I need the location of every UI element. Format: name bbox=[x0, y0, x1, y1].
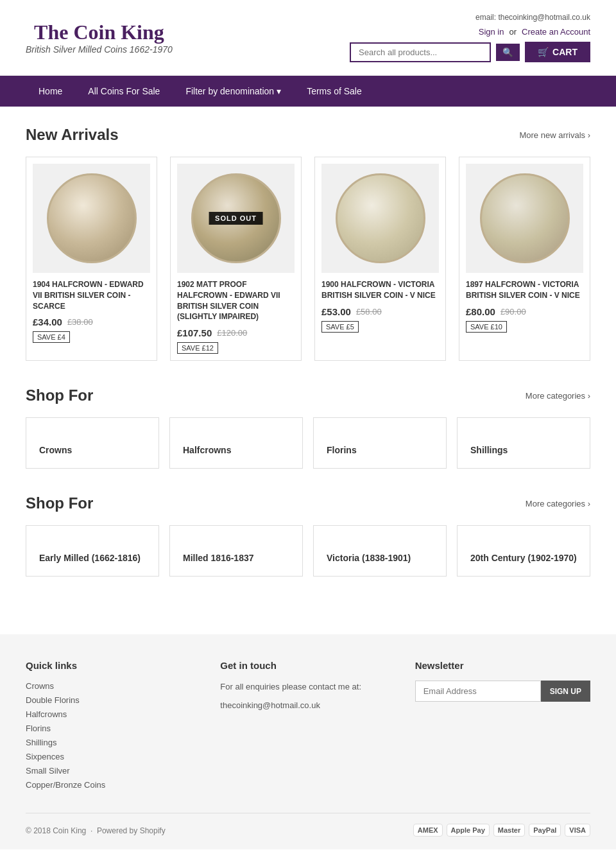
product-image-wrap: SOLD OUT bbox=[177, 164, 295, 273]
product-grid: 1904 HALFCROWN - EDWARD VII BRITISH SILV… bbox=[26, 157, 590, 361]
create-account-link[interactable]: Create an Account bbox=[522, 27, 590, 37]
footer-bottom: © 2018 Coin King · Powered by Shopify AM… bbox=[26, 813, 590, 837]
newsletter-email-input[interactable] bbox=[415, 681, 541, 702]
product-prices: £107.50 £120.00 bbox=[177, 327, 295, 338]
footer-link-halfcrowns[interactable]: Halfcrowns bbox=[26, 709, 67, 719]
nav-item-terms[interactable]: Terms of Sale bbox=[294, 76, 375, 107]
list-item: Copper/Bronze Coins bbox=[26, 779, 201, 790]
category-card-victoria[interactable]: Victoria (1838-1901) bbox=[313, 525, 447, 577]
main-content: New Arrivals More new arrivals › 1904 HA… bbox=[0, 107, 616, 621]
price-current: £80.00 bbox=[466, 306, 495, 317]
search-input[interactable] bbox=[350, 42, 491, 62]
category-card-shillings[interactable]: Shillings bbox=[457, 417, 590, 469]
payment-icons-area: AMEX Apple Pay Master PayPal VISA bbox=[413, 824, 590, 837]
powered-by-link[interactable]: Powered by Shopify bbox=[97, 826, 166, 835]
payment-icon-mastercard: Master bbox=[493, 824, 525, 837]
footer-link-crowns[interactable]: Crowns bbox=[26, 681, 54, 691]
category-card-crowns[interactable]: Crowns bbox=[26, 417, 159, 469]
logo-area: The Coin King British Silver Milled Coin… bbox=[26, 21, 173, 55]
newsletter-signup-button[interactable]: SIGN UP bbox=[541, 681, 590, 702]
header-auth: Sign in or Create an Account bbox=[479, 27, 590, 37]
logo-text: The Coin King bbox=[34, 21, 164, 44]
price-original: £58.00 bbox=[356, 307, 382, 317]
price-original: £38.00 bbox=[67, 317, 93, 327]
product-card[interactable]: 1900 HALFCROWN - VICTORIA BRITISH SILVER… bbox=[314, 157, 446, 361]
sold-out-badge: SOLD OUT bbox=[209, 212, 263, 225]
cart-icon: 🛒 bbox=[538, 47, 549, 57]
more-categories-link-1[interactable]: More categories › bbox=[526, 391, 590, 401]
footer-top: Quick links Crowns Double Florins Halfcr… bbox=[26, 660, 590, 794]
shop-title-2: Shop For bbox=[26, 494, 93, 512]
category-card-early-milled[interactable]: Early Milled (1662-1816) bbox=[26, 525, 159, 577]
list-item: Florins bbox=[26, 723, 201, 733]
payment-icon-amex: AMEX bbox=[413, 824, 443, 837]
shop-title-1: Shop For bbox=[26, 386, 93, 404]
product-prices: £80.00 £90.00 bbox=[466, 306, 583, 317]
list-item: Shillings bbox=[26, 737, 201, 747]
footer-copyright-area: © 2018 Coin King · Powered by Shopify bbox=[26, 825, 166, 835]
product-card[interactable]: SOLD OUT 1902 MATT PROOF HALFCROWN - EDW… bbox=[170, 157, 302, 361]
footer-link-florins[interactable]: Florins bbox=[26, 724, 51, 733]
category-card-halfcrowns[interactable]: Halfcrowns bbox=[169, 417, 303, 469]
nav-item-filter[interactable]: Filter by denomination ▾ bbox=[173, 76, 294, 107]
category-card-florins[interactable]: Florins bbox=[313, 417, 447, 469]
new-arrivals-title: New Arrivals bbox=[26, 126, 119, 144]
footer-contact: Get in touch For all enquiries please co… bbox=[220, 660, 395, 794]
category-label: Victoria (1838-1901) bbox=[327, 553, 411, 563]
search-button[interactable]: 🔍 bbox=[496, 44, 520, 61]
price-original: £90.00 bbox=[501, 307, 526, 317]
sign-in-link[interactable]: Sign in bbox=[479, 27, 504, 37]
category-card-20th-century[interactable]: 20th Century (1902-1970) bbox=[457, 525, 590, 577]
category-card-milled-1816[interactable]: Milled 1816-1837 bbox=[169, 525, 303, 577]
logo-tagline: British Silver Milled Coins 1662-1970 bbox=[26, 44, 173, 55]
list-item: Halfcrowns bbox=[26, 709, 201, 719]
product-image-wrap bbox=[321, 164, 439, 273]
product-image-wrap bbox=[466, 164, 583, 273]
nav-item-all-coins[interactable]: All Coins For Sale bbox=[75, 76, 173, 107]
more-categories-link-2[interactable]: More categories › bbox=[526, 499, 590, 508]
list-item: Double Florins bbox=[26, 695, 201, 705]
quick-links-title: Quick links bbox=[26, 660, 201, 671]
footer-link-sixpences[interactable]: Sixpences bbox=[26, 752, 64, 761]
product-card[interactable]: 1904 HALFCROWN - EDWARD VII BRITISH SILV… bbox=[26, 157, 157, 361]
product-card[interactable]: 1897 HALFCROWN - VICTORIA BRITISH SILVER… bbox=[459, 157, 590, 361]
quick-links-list: Crowns Double Florins Halfcrowns Florins… bbox=[26, 681, 201, 790]
payment-icon-paypal: PayPal bbox=[529, 824, 561, 837]
category-grid-2: Early Milled (1662-1816) Milled 1816-183… bbox=[26, 525, 590, 577]
product-prices: £34.00 £38.00 bbox=[33, 317, 150, 327]
footer-link-small-silver[interactable]: Small Silver bbox=[26, 766, 70, 776]
more-arrivals-link[interactable]: More new arrivals › bbox=[519, 130, 590, 140]
copyright-text: © 2018 Coin King · Powered by Shopify bbox=[26, 826, 166, 835]
footer-newsletter: Newsletter SIGN UP bbox=[415, 660, 590, 794]
or-text: or bbox=[509, 27, 517, 37]
list-item: Crowns bbox=[26, 681, 201, 691]
cart-button[interactable]: 🛒 CART bbox=[525, 42, 590, 62]
contact-text: For all enquiries please contact me at: bbox=[220, 681, 395, 694]
search-icon: 🔍 bbox=[502, 48, 513, 57]
category-label: 20th Century (1902-1970) bbox=[470, 553, 577, 563]
footer-link-double-florins[interactable]: Double Florins bbox=[26, 695, 80, 705]
save-badge: SAVE £4 bbox=[33, 331, 70, 343]
nav-item-home[interactable]: Home bbox=[26, 76, 75, 107]
newsletter-form: SIGN UP bbox=[415, 681, 590, 702]
list-item: Small Silver bbox=[26, 765, 201, 776]
footer-link-copper-bronze[interactable]: Copper/Bronze Coins bbox=[26, 780, 105, 790]
shop-for-denomination: Shop For More categories › Crowns Halfcr… bbox=[26, 386, 590, 469]
copyright-year-name: © 2018 Coin King bbox=[26, 826, 86, 835]
shop-section-header-2: Shop For More categories › bbox=[26, 494, 590, 512]
newsletter-title: Newsletter bbox=[415, 660, 590, 671]
price-original: £120.00 bbox=[217, 328, 247, 338]
product-title: 1902 MATT PROOF HALFCROWN - EDWARD VII B… bbox=[177, 279, 295, 322]
category-label: Crowns bbox=[39, 445, 72, 455]
contact-title: Get in touch bbox=[220, 660, 395, 671]
header-email: email: thecoinking@hotmail.co.uk bbox=[475, 13, 590, 22]
price-current: £107.50 bbox=[177, 327, 212, 338]
price-current: £34.00 bbox=[33, 317, 62, 327]
footer-quick-links: Quick links Crowns Double Florins Halfcr… bbox=[26, 660, 201, 794]
category-grid-1: Crowns Halfcrowns Florins Shillings bbox=[26, 417, 590, 469]
list-item: Sixpences bbox=[26, 751, 201, 761]
payment-icon-applepay: Apple Pay bbox=[447, 824, 490, 837]
product-image bbox=[336, 173, 425, 263]
header-search-area: 🔍 🛒 CART bbox=[350, 42, 590, 62]
footer-link-shillings[interactable]: Shillings bbox=[26, 738, 56, 747]
